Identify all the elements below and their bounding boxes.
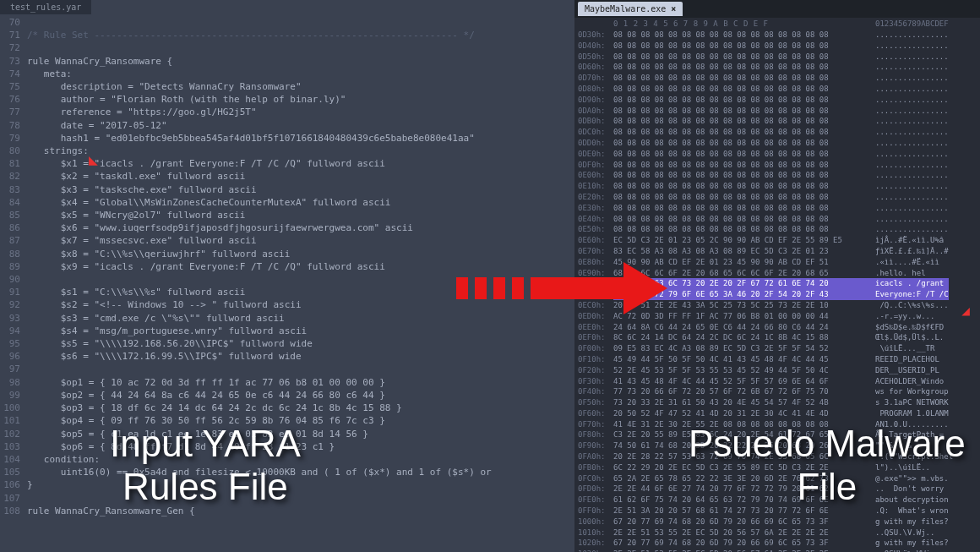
hex-row[interactable]: 0DA0h:08 08 08 08 08 08 08 08 08 08 08 0…: [578, 106, 977, 117]
code-line[interactable]: 102 $op5 = { c1 ea 1d c1 ee 1e 83 e2 01 …: [0, 428, 574, 440]
hex-row[interactable]: 0EE0h:24 64 8A C6 44 24 65 0E C6 44 24 6…: [578, 322, 977, 333]
code-line[interactable]: 91 $s1 = "C:\\%s\\%s" fullword ascii: [0, 286, 574, 298]
code-line[interactable]: 105 uint16(0) == 0x5a4d and filesize < 1…: [0, 466, 574, 478]
hex-row[interactable]: 0EA0h:69 63 61 63 6C 73 20 2E 20 2F 67 7…: [578, 278, 977, 289]
code-line[interactable]: 89 $x9 = "icacls . /grant Everyone:F /T …: [0, 260, 574, 273]
hex-row[interactable]: 1020h:67 20 77 69 74 68 20 6D 79 20 66 6…: [578, 538, 977, 549]
hex-row[interactable]: 0FD0h:2E 2E 44 6F 6E 27 74 20 77 6F 72 7…: [578, 484, 977, 495]
hex-row[interactable]: 0E20h:08 08 08 08 08 08 08 08 08 08 08 0…: [578, 192, 977, 203]
file-tab-right[interactable]: MaybeMalware.exe ×: [578, 2, 683, 16]
hex-row[interactable]: 0F30h:41 43 45 48 4F 4C 44 45 52 5F 5F 5…: [578, 376, 977, 387]
hex-row[interactable]: 0F80h:C3 2E 20 55 89 E5 83 6C 24 20 2E 5…: [578, 429, 977, 440]
code-line[interactable]: 70: [0, 16, 574, 29]
hex-row[interactable]: 0E50h:08 08 08 08 08 08 08 08 08 08 08 0…: [578, 224, 977, 235]
hex-row[interactable]: 0E80h:45 90 90 AB CD EF 2E 01 23 45 90 9…: [578, 257, 977, 268]
hex-row[interactable]: 0DF0h:08 08 08 08 08 08 08 08 08 08 08 0…: [578, 160, 977, 171]
code-line[interactable]: 94 $s4 = "msg/m_portuguese.wnry" fullwor…: [0, 325, 574, 337]
code-line[interactable]: 77 reference = "https://goo.gl/HG2j5T": [0, 106, 574, 118]
code-line[interactable]: 101 $op4 = { 09 ff 76 30 50 ff 56 2c 59 …: [0, 414, 574, 427]
code-area[interactable]: 7071/* Rule Set ------------------------…: [0, 14, 574, 519]
hex-header: 0 1 2 3 4 5 6 7 8 9 A B C D E F 01234567…: [574, 18, 980, 30]
hex-row[interactable]: 0F00h:09 E5 83 EC 4C A3 08 89 EC 5D C3 2…: [578, 343, 977, 354]
code-line[interactable]: 95 $s5 = "\\\\192.168.56.20\\IPC$" fullw…: [0, 337, 574, 350]
hex-row[interactable]: 0D40h:08 08 08 08 08 08 08 08 08 08 08 0…: [578, 41, 977, 52]
line-number: 83: [0, 183, 27, 196]
hex-row[interactable]: 0D90h:08 08 08 08 08 08 08 08 08 08 08 0…: [578, 95, 977, 106]
code-line[interactable]: 99 $op2 = { 44 24 64 8a c6 44 24 65 0e c…: [0, 389, 574, 402]
code-line[interactable]: 80 strings:: [0, 145, 574, 157]
code-line[interactable]: 76 author = "Florian Roth (with the help…: [0, 93, 574, 106]
code-line[interactable]: 100 $op3 = { 18 df 6c 24 14 dc 64 24 2c …: [0, 402, 574, 414]
code-line[interactable]: 88 $x8 = "C:\\%s\\qeriuwjhrf" fullword a…: [0, 248, 574, 260]
code-line[interactable]: 83 $x3 = "tasksche.exe" fullword ascii: [0, 183, 574, 196]
code-line[interactable]: 90: [0, 273, 574, 286]
hex-row[interactable]: 0F70h:41 4E 31 2E 30 2E 55 2E 08 08 08 0…: [578, 419, 977, 430]
code-line[interactable]: 81 $x1 = "icacls . /grant Everyone:F /T …: [0, 157, 574, 170]
close-icon[interactable]: ×: [671, 4, 676, 14]
code-line[interactable]: 87 $x7 = "mssecsvc.exe" fullword ascii: [0, 234, 574, 247]
code-line[interactable]: 98 $op1 = { 10 ac 72 0d 3d ff ff 1f ac 7…: [0, 376, 574, 389]
hex-row[interactable]: 0DD0h:08 08 08 08 08 08 08 08 08 08 08 0…: [578, 138, 977, 149]
code-line[interactable]: 103 $op6 = { 8d 48 ff f7 d1 8d 44 10 ff …: [0, 440, 574, 453]
code-line[interactable]: 106}: [0, 478, 574, 491]
hex-row[interactable]: 0D60h:08 08 08 08 08 08 08 08 08 08 08 0…: [578, 62, 977, 73]
hex-row[interactable]: 0E60h:EC 5D C3 2E 01 23 05 2C 90 90 AB C…: [578, 235, 977, 246]
hex-row[interactable]: 0E30h:08 08 08 08 08 08 08 08 08 08 08 0…: [578, 203, 977, 214]
code-line[interactable]: 97: [0, 363, 574, 375]
code-line[interactable]: 84 $x4 = "Global\\MsWinZonesCacheCounter…: [0, 196, 574, 209]
hex-row[interactable]: 0F10h:45 49 44 5F 50 5F 50 4C 41 43 45 4…: [578, 354, 977, 365]
hex-row[interactable]: 0FF0h:2E 51 3A 20 20 57 68 61 74 27 73 2…: [578, 506, 977, 516]
hex-row[interactable]: 0EB0h:45 76 65 72 79 6F 6E 65 3A 46 20 2…: [578, 289, 977, 300]
hex-ascii: ACEHOLDER_Windo: [875, 376, 944, 387]
code-line[interactable]: 73rule WannaCry_Ransomware {: [0, 55, 574, 68]
hex-row[interactable]: 0DB0h:08 08 08 08 08 08 08 08 08 08 08 0…: [578, 116, 977, 127]
hex-row[interactable]: 0E00h:08 08 08 08 08 08 08 08 08 08 08 0…: [578, 170, 977, 181]
hex-row[interactable]: 1000h:67 20 77 69 74 68 20 6D 79 20 66 6…: [578, 516, 977, 527]
code-line[interactable]: 108rule WannaCry_Ransomware_Gen {: [0, 505, 574, 517]
hex-row[interactable]: 0F50h:73 20 33 2E 31 61 50 43 20 4E 45 5…: [578, 397, 977, 408]
hex-row[interactable]: 0D80h:08 08 08 08 08 08 08 08 08 08 08 0…: [578, 84, 977, 95]
code-line[interactable]: 82 $x2 = "taskdl.exe" fullword ascii: [0, 170, 574, 183]
hex-row[interactable]: 0E70h:83 EC 58 A3 08 A3 08 A3 08 89 EC 5…: [578, 246, 977, 257]
hex-row[interactable]: 0D70h:08 08 08 08 08 08 08 08 08 08 08 0…: [578, 73, 977, 84]
hex-row[interactable]: 0D30h:08 08 08 08 08 08 08 08 08 08 08 0…: [578, 30, 977, 41]
hex-row[interactable]: 0EF0h:8C 6C 24 14 DC 64 24 2C DC 6C 24 1…: [578, 332, 977, 343]
tab-label: MaybeMalware.exe: [585, 4, 666, 14]
code-line[interactable]: 72: [0, 41, 574, 54]
hex-offset: 0F20h:: [578, 365, 613, 376]
code-line[interactable]: 74 meta:: [0, 68, 574, 80]
hex-row[interactable]: 1030h:2E 2E 51 53 55 2E EC 5D 20 56 57 6…: [578, 549, 977, 552]
code-line[interactable]: 79 hash1 = "ed01ebfbc9eb5bbea545af4d01bf…: [0, 132, 574, 145]
hex-row[interactable]: 0E90h:68 65 6C 6C 6F 2E 20 68 65 6C 6C 6…: [578, 268, 977, 279]
hex-row[interactable]: 0ED0h:AC 72 0D 3D FF FF 1F AC 77 06 B8 0…: [578, 311, 977, 322]
hex-row[interactable]: 0F60h:20 50 52 4F 47 52 41 4D 20 31 2E 3…: [578, 408, 977, 419]
hex-row[interactable]: 0FC0h:65 2A 2E 65 78 65 22 22 3E 3E 20 6…: [578, 473, 977, 484]
hex-row[interactable]: 0E10h:08 08 08 08 08 08 08 08 08 08 08 0…: [578, 181, 977, 192]
hex-row[interactable]: 0D50h:08 08 08 08 08 08 08 08 08 08 08 0…: [578, 52, 977, 63]
hex-row[interactable]: 0FB0h:6C 22 29 20 2E EC 5D C3 2E 55 89 E…: [578, 462, 977, 473]
hex-ascii: l")..\úîLË..: [875, 462, 930, 473]
hex-row[interactable]: 0F20h:52 2E 45 53 5F 5F 53 55 53 45 52 4…: [578, 365, 977, 376]
code-line[interactable]: 96 $s6 = "\\\\172.16.99.5\\IPC$" fullwor…: [0, 350, 574, 363]
hex-offset: 0E00h:: [578, 170, 613, 181]
hex-row[interactable]: 0FA0h:20 2E 28 22 57 53 63 72 69 70 74 2…: [578, 451, 977, 462]
code-line[interactable]: 93 $s3 = "cmd.exe /c \"%s\"" fullword as…: [0, 312, 574, 325]
code-line[interactable]: 78 date = "2017-05-12": [0, 119, 574, 132]
hex-row[interactable]: 0F90h:74 50 61 74 68 20 3D 20 22 22 20 2…: [578, 440, 977, 451]
hex-row[interactable]: 0EC0h:20 2F 51 2E 2E 43 3A 5C 25 73 5C 2…: [578, 300, 977, 311]
code-line[interactable]: 86 $x6 = "www.iuqerfsodp9ifjaposdfjhgosu…: [0, 221, 574, 234]
code-line[interactable]: 107: [0, 492, 574, 505]
code-line[interactable]: 75 description = "Detects WannaCry Ranso…: [0, 80, 574, 93]
file-tab-left[interactable]: test_rules.yar: [0, 0, 91, 14]
hex-row[interactable]: 0FE0h:61 62 6F 75 74 20 64 65 63 72 79 7…: [578, 495, 977, 506]
hex-body[interactable]: 0D30h:08 08 08 08 08 08 08 08 08 08 08 0…: [574, 30, 980, 552]
code-line[interactable]: 71/* Rule Set --------------------------…: [0, 29, 574, 41]
code-line[interactable]: 92 $s2 = "<!-- Windows 10 --> " fullword…: [0, 298, 574, 311]
hex-row[interactable]: 1010h:2E 2E 51 53 55 2E EC 5D 20 56 57 6…: [578, 527, 977, 538]
code-line[interactable]: 104 condition:: [0, 453, 574, 466]
hex-row[interactable]: 0F40h:77 73 20 66 6F 72 20 57 6F 72 6B 6…: [578, 386, 977, 397]
code-line[interactable]: 85 $x5 = "WNcry@2ol7" fullword ascii: [0, 209, 574, 221]
hex-row[interactable]: 0DE0h:08 08 08 08 08 08 08 08 08 08 08 0…: [578, 149, 977, 160]
hex-row[interactable]: 0DC0h:08 08 08 08 08 08 08 08 08 08 08 0…: [578, 127, 977, 138]
hex-row[interactable]: 0E40h:08 08 08 08 08 08 08 08 08 08 08 0…: [578, 214, 977, 225]
